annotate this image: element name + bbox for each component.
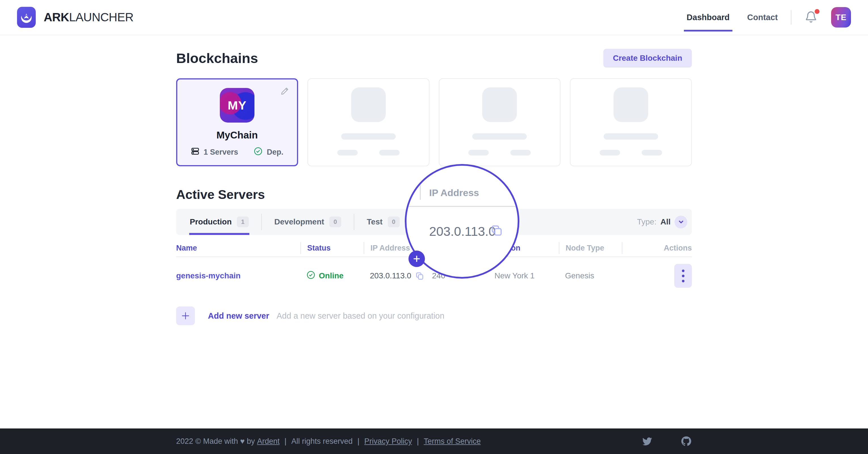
add-server-button[interactable]	[176, 306, 195, 325]
lens-column-divider	[420, 183, 421, 200]
footer-separator: |	[358, 437, 360, 446]
tab-development-count: 0	[329, 216, 341, 227]
skeleton-pill	[337, 150, 358, 155]
add-server-description: Add a new server based on your configura…	[277, 311, 444, 321]
server-node-type-cell: Genesis	[559, 271, 622, 280]
skeleton-avatar	[351, 87, 386, 122]
notifications-button[interactable]	[804, 10, 817, 24]
brand-name-light: LAUNCHER	[69, 10, 134, 24]
page-title: Blockchains	[176, 50, 258, 66]
blockchains-header: Blockchains Create Blockchain	[176, 49, 692, 67]
main-nav: Dashboard Contact TE	[687, 7, 851, 28]
add-server-label[interactable]: Add new server	[208, 311, 269, 321]
footer-author-link[interactable]: Ardent	[257, 437, 280, 446]
nav-divider	[791, 10, 792, 24]
skeleton-title-bar	[472, 133, 527, 140]
chain-avatar: MY	[220, 88, 254, 123]
tab-production[interactable]: Production 1	[190, 209, 249, 235]
skeleton-title-bar	[341, 133, 396, 140]
chain-deployed: Dep.	[254, 147, 283, 157]
edit-pencil-icon[interactable]	[280, 86, 290, 96]
chain-name: MyChain	[177, 129, 297, 141]
server-region-cell: New York 1	[488, 271, 559, 280]
server-name-link[interactable]: genesis-mychain	[176, 271, 241, 280]
footer-by: by	[247, 437, 255, 446]
lens-copy-icon	[491, 224, 503, 237]
skeleton-meta-row	[570, 150, 691, 155]
tab-development[interactable]: Development 0	[274, 209, 341, 235]
footer-content: 2022 © Made with ♥ by Ardent|All rights …	[176, 428, 692, 454]
arklauncher-page: ARKLAUNCHER Dashboard Contact TE Blockch…	[0, 0, 868, 454]
server-name-cell: genesis-mychain	[176, 271, 300, 280]
brand-name-bold: ARK	[44, 10, 69, 24]
kebab-dot	[682, 270, 684, 272]
server-ip-value: 203.0.113.0	[370, 271, 411, 280]
skeleton-pill	[379, 150, 400, 155]
lens-ip-value: 203.0.113.0	[429, 224, 496, 239]
tab-test[interactable]: Test 0	[367, 209, 400, 235]
skeleton-pill	[642, 150, 662, 155]
skeleton-meta-row	[308, 150, 429, 155]
column-name: Name	[176, 242, 300, 254]
server-stack-icon	[191, 147, 199, 157]
skeleton-meta-row	[439, 150, 560, 155]
brand-logo[interactable]: ARKLAUNCHER	[17, 7, 134, 28]
footer-terms-link[interactable]: Terms of Service	[424, 437, 481, 446]
notification-dot	[815, 9, 819, 14]
create-blockchain-button[interactable]: Create Blockchain	[603, 49, 692, 67]
server-status-cell: Online	[300, 271, 364, 281]
app-header: ARKLAUNCHER Dashboard Contact TE	[0, 0, 868, 35]
row-actions-kebab-button[interactable]	[674, 264, 692, 288]
type-filter-label: Type:	[637, 217, 656, 226]
skeleton-card	[308, 78, 430, 166]
chain-deployed-label: Dep.	[267, 148, 283, 157]
nav-dashboard[interactable]: Dashboard	[687, 13, 730, 22]
skeleton-pill	[468, 150, 489, 155]
chevron-down-icon	[675, 216, 687, 229]
tab-divider	[261, 214, 262, 230]
bell-icon	[804, 19, 817, 24]
skeleton-avatar	[614, 87, 648, 122]
footer-separator: |	[417, 437, 419, 446]
column-actions: Actions	[622, 242, 692, 254]
tab-divider	[354, 214, 354, 230]
footer-separator: |	[284, 437, 286, 446]
skeleton-avatar	[482, 87, 517, 122]
brand-wordmark: ARKLAUNCHER	[44, 10, 134, 24]
server-actions-cell	[622, 264, 692, 288]
chain-servers-label: 1 Servers	[204, 148, 238, 157]
column-status: Status	[300, 242, 364, 254]
lens-column-header: IP Address	[429, 187, 479, 198]
app-footer: 2022 © Made with ♥ by Ardent|All rights …	[0, 428, 868, 454]
chain-meta: 1 Servers Dep.	[177, 147, 297, 157]
footer-rights: All rights reserved	[291, 437, 352, 446]
ark-logo-icon	[17, 7, 36, 28]
kebab-dot	[682, 280, 684, 282]
footer-privacy-link[interactable]: Privacy Policy	[364, 437, 412, 446]
copy-ip-icon[interactable]	[415, 272, 424, 280]
blockchain-card-mychain[interactable]: MY MyChain 1 Servers	[176, 78, 298, 166]
type-filter-dropdown[interactable]: Type: All	[637, 209, 692, 235]
footer-social-icons	[621, 435, 692, 447]
footer-copyright: 2022 © Made with	[176, 437, 238, 446]
blockchain-cards: MY MyChain 1 Servers	[176, 78, 692, 166]
type-filter-value: All	[660, 217, 671, 226]
kebab-dot	[682, 275, 684, 277]
heart-icon: ♥	[240, 437, 245, 446]
twitter-icon[interactable]	[621, 436, 652, 447]
lens-header-underline	[406, 206, 518, 207]
tab-development-label: Development	[274, 217, 324, 226]
skeleton-card	[439, 78, 561, 166]
check-circle-icon	[254, 147, 262, 157]
server-status-label: Online	[319, 271, 343, 280]
online-check-icon	[307, 271, 315, 281]
tab-production-count: 1	[237, 216, 249, 227]
nav-contact[interactable]: Contact	[747, 13, 778, 22]
user-avatar[interactable]: TE	[831, 7, 851, 28]
github-icon[interactable]	[659, 435, 692, 447]
lens-zoom-plus-button[interactable]	[408, 250, 425, 267]
server-ip-cell: 203.0.113.0	[364, 271, 426, 280]
skeleton-title-bar	[603, 133, 658, 140]
tab-test-count: 0	[388, 216, 400, 227]
skeleton-pill	[510, 150, 531, 155]
